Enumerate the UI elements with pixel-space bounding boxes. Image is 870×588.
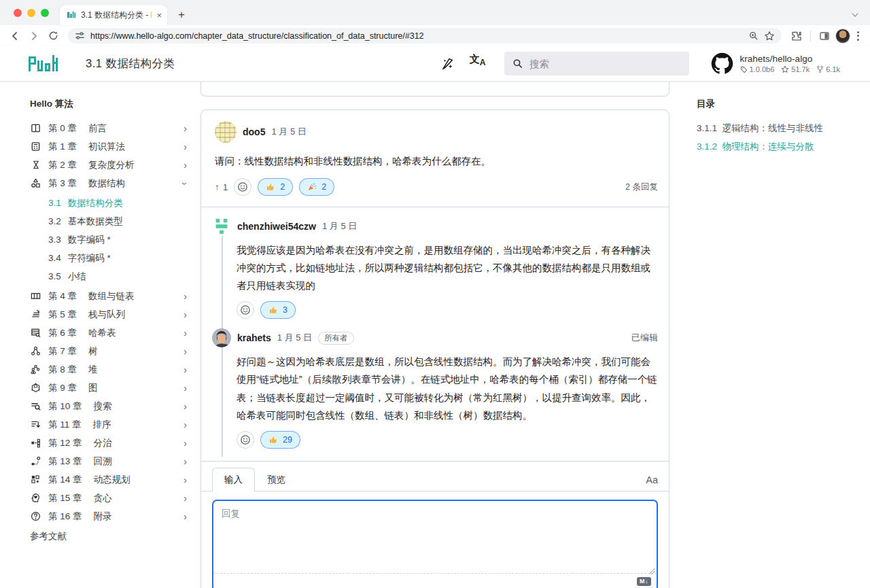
page-title: 3.1 数据结构分类 [86,56,175,71]
sidebar-title: Hello 算法 [30,98,191,110]
reply-textarea[interactable]: 回复 M↓ [212,500,658,588]
avatar[interactable] [212,328,231,347]
sidebar-item-3-2[interactable]: 3.2基本数据类型 [30,212,191,230]
resize-handle[interactable] [648,568,655,574]
smiley-icon [240,305,251,315]
chapter-3-subsections: 3.1数据结构分类 3.2基本数据类型 3.3数字编码 * 3.4字符编码 * … [30,194,191,286]
reaction-pill-thumbs-up[interactable]: 2 [258,178,293,196]
browser-tab[interactable]: 3.1 数据结构分类 - Hello 算法 × [60,5,167,25]
previous-comment-partial [201,82,669,97]
sidebar-item-chapter-7[interactable]: 第 7 章树 › [30,342,191,360]
sidebar-item-chapter-10[interactable]: 第 10 章搜索 › [30,397,191,415]
zoom-page-icon[interactable] [748,31,759,41]
reply-item: chenzhiwei54czw 1 月 5 日 我觉得应该是因为哈希表在没有冲突… [212,217,658,319]
chevron-right-icon: › [184,160,191,171]
github-repo-link[interactable]: krahets/hello-algo 1.0.0b6 51.7k 6.1k [711,52,840,75]
search-box[interactable] [504,52,689,75]
sidebar-nav: Hello 算法 第 0 章前言 › 第 1 章初识算法 › 第 2 章复杂度分… [0,82,201,588]
reply-body: 好问题～这因为哈希表底层是数组，所以包含线性数据结构。而为了解决哈希冲突，我们可… [237,353,658,423]
new-tab-button[interactable]: + [173,6,190,24]
theme-toggle-icon[interactable] [438,54,458,74]
browser-menu-icon[interactable] [853,29,863,44]
tab-close-icon[interactable]: × [156,10,162,20]
tab-search-icon[interactable] [852,7,860,15]
reload-button[interactable] [45,28,61,44]
sidebar-item-chapter-6[interactable]: 第 6 章哈希表 › [30,324,191,342]
sidebar-item-chapter-1[interactable]: 第 1 章初识算法 › [30,137,191,156]
sidebar-item-references[interactable]: 参考文献 [30,527,191,545]
sidebar-item-3-5[interactable]: 3.5小结 [30,267,191,286]
add-reaction-button[interactable] [237,431,254,449]
sidebar-item-chapter-12[interactable]: 第 12 章分治 › [30,434,191,452]
minimize-window-button[interactable] [27,9,35,17]
sidebar-item-chapter-3[interactable]: 第 3 章数据结构 › [30,174,191,192]
comment-author[interactable]: doo5 [243,126,265,137]
comment-header: doo5 1 月 5 日 [201,110,669,143]
site-logo[interactable] [29,55,60,73]
back-button[interactable] [7,28,23,44]
reaction-pill-party[interactable]: 2 [299,178,334,196]
toc-item-3-1-1[interactable]: 3.1.1 逻辑结构：线性与非线性 [697,119,870,137]
thumbs-up-icon [268,305,278,315]
add-reaction-button[interactable] [237,301,254,319]
bookmark-star-icon[interactable] [764,31,775,41]
thumbs-up-icon [266,182,275,192]
reply-author[interactable]: krahets [237,332,271,343]
thumbs-up-icon [268,435,278,445]
sidebar-item-chapter-16[interactable]: 第 16 章附录 › [30,507,191,525]
sidebar-item-chapter-0[interactable]: 第 0 章前言 › [30,119,191,137]
address-bar[interactable]: https://www.hello-algo.com/chapter_data_… [68,28,782,44]
browser-profile-avatar[interactable] [835,29,850,44]
backtrack-icon [30,456,41,466]
add-reaction-button[interactable] [234,178,251,196]
heap-icon [30,364,41,375]
comments-section: doo5 1 月 5 日 请问：线性数据结构和非线性数据结构，哈希表为什么都存在… [201,82,669,588]
repo-name[interactable]: krahets/hello-algo [740,54,840,64]
sort-icon [30,419,41,430]
smiley-icon [240,434,251,445]
sidebar-item-3-4[interactable]: 3.4字符编码 * [30,249,191,267]
replies-list: chenzhiwei54czw 1 月 5 日 我觉得应该是因为哈希表在没有冲突… [201,207,669,461]
sidebar-item-chapter-14[interactable]: 第 14 章动态规划 › [30,470,191,489]
markdown-icon[interactable]: M↓ [637,577,651,586]
sidebar-item-chapter-2[interactable]: 第 2 章复杂度分析 › [30,156,191,174]
sidebar-item-chapter-4[interactable]: 第 4 章数组与链表 › [30,287,191,305]
extensions-icon[interactable] [788,28,805,44]
maximize-window-button[interactable] [41,9,49,17]
close-window-button[interactable] [14,9,22,17]
text-format-icon[interactable]: Aa [646,474,658,491]
reply-author[interactable]: chenzhiwei54czw [237,221,316,232]
upvote-button[interactable]: ↑1 [215,182,228,192]
fork-icon [816,65,824,73]
smiley-icon [237,181,248,192]
url-text[interactable]: https://www.hello-algo.com/chapter_data_… [90,31,743,41]
reply-date[interactable]: 1 月 5 日 [277,332,312,344]
sidebar-item-chapter-13[interactable]: 第 13 章回溯 › [30,452,191,470]
translate-icon[interactable]: 文A [468,54,488,74]
search-input[interactable] [529,58,681,69]
chevron-down-icon: › [180,181,191,185]
sidebar-item-chapter-8[interactable]: 第 8 章堆 › [30,360,191,379]
sidebar-item-chapter-15[interactable]: 第 15 章贪心 › [30,489,191,507]
forward-button[interactable] [26,28,42,44]
sidebar-item-chapter-11[interactable]: 第 11 章排序 › [30,415,191,434]
avatar[interactable] [212,217,231,236]
sidebar-item-3-3[interactable]: 3.3数字编码 * [30,230,191,249]
reply-date[interactable]: 1 月 5 日 [322,220,357,232]
reply-placeholder: 回复 [222,508,240,519]
side-panel-icon[interactable] [816,28,833,44]
chevron-right-icon: › [184,291,191,302]
book-icon [30,123,41,133]
reaction-pill-thumbs-up[interactable]: 3 [260,301,296,319]
hash-table-icon [30,328,41,338]
tab-preview[interactable]: 预览 [255,468,298,491]
site-settings-icon[interactable] [75,31,85,41]
tab-write[interactable]: 输入 [212,468,255,491]
toc-item-3-1-2[interactable]: 3.1.2 物理结构：连续与分散 [697,137,870,156]
reaction-pill-thumbs-up[interactable]: 29 [260,431,300,449]
sidebar-item-chapter-9[interactable]: 第 9 章图 › [30,379,191,397]
sidebar-item-3-1[interactable]: 3.1数据结构分类 [30,194,191,212]
sidebar-item-chapter-5[interactable]: 第 5 章栈与队列 › [30,305,191,324]
comment-date[interactable]: 1 月 5 日 [271,126,306,138]
avatar[interactable] [215,121,237,143]
